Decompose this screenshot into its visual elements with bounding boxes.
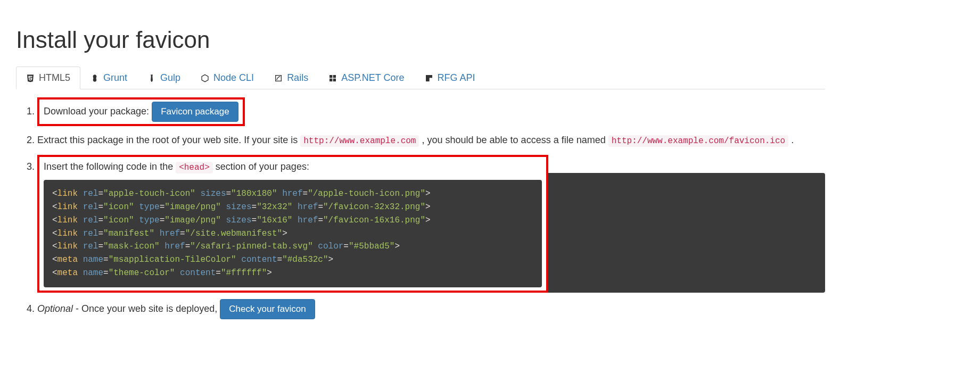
step-1: Download your package: Favicon package: [37, 97, 825, 126]
svg-rect-3: [330, 78, 332, 81]
api-icon: [425, 74, 433, 82]
tab-label: Gulp: [160, 72, 180, 84]
code-line: <link rel="mask-icon" href="/safari-pinn…: [52, 240, 533, 253]
code-line: <meta name="msapplication-TileColor" con…: [52, 253, 533, 267]
tab-label: Grunt: [103, 72, 127, 84]
rails-icon: [274, 74, 283, 82]
tab-html5[interactable]: HTML5: [16, 67, 80, 89]
optional-label: Optional: [37, 303, 73, 314]
svg-rect-4: [333, 78, 336, 81]
svg-rect-6: [429, 78, 432, 81]
step-3-text-pre: Insert the following code in the: [44, 161, 176, 172]
svg-rect-0: [276, 75, 282, 81]
code-block: <link rel="apple-touch-icon" sizes="180x…: [44, 180, 542, 287]
tab-rails[interactable]: Rails: [264, 67, 318, 89]
tab-aspnet-core[interactable]: ASP.NET Core: [318, 67, 414, 89]
html5-icon: [26, 74, 35, 82]
code-line: <meta name="theme-color" content="#fffff…: [52, 267, 533, 280]
step-2-text-post: .: [791, 135, 794, 145]
gulp-icon: [147, 74, 156, 82]
node-icon: [201, 74, 209, 82]
tab-label: HTML5: [39, 72, 70, 84]
step-2-text-pre: Extract this package in the root of your…: [37, 135, 300, 145]
step-4: Optional - Once your web site is deploye…: [37, 299, 825, 319]
head-code: <head>: [176, 162, 213, 173]
step-3: Insert the following code in the <head> …: [37, 155, 825, 293]
step-3-text-post: section of your pages:: [216, 161, 309, 172]
step-1-text: Download your package:: [44, 106, 149, 117]
code-line: <link rel="apple-touch-icon" sizes="180x…: [52, 187, 533, 201]
step-2-text-mid: , you should be able to access a file na…: [422, 135, 608, 145]
svg-rect-2: [333, 75, 336, 78]
code-line: <link rel="icon" type="image/png" sizes=…: [52, 214, 533, 227]
page-title: Install your favicon: [16, 27, 825, 53]
step-3-highlight: Insert the following code in the <head> …: [37, 155, 548, 293]
svg-rect-1: [330, 75, 332, 78]
code-line: <link rel="icon" type="image/png" sizes=…: [52, 201, 533, 214]
code-block-continuation: [548, 173, 825, 293]
tab-rfg-api[interactable]: RFG API: [415, 67, 485, 89]
tab-gulp[interactable]: Gulp: [137, 67, 191, 89]
check-favicon-button[interactable]: Check your favicon: [220, 299, 315, 319]
favicon-url-code: http://www.example.com/favicon.ico: [608, 135, 788, 147]
tab-label: ASP.NET Core: [341, 72, 404, 84]
tab-label: Node CLI: [213, 72, 254, 84]
step-1-highlight: Download your package: Favicon package: [37, 97, 245, 126]
tab-label: RFG API: [438, 72, 475, 84]
example-url-code: http://www.example.com: [300, 135, 419, 147]
step-2: Extract this package in the root of your…: [37, 132, 825, 148]
code-line: <link rel="manifest" href="/site.webmani…: [52, 227, 533, 241]
tab-grunt[interactable]: Grunt: [80, 67, 137, 89]
step-4-text: - Once your web site is deployed,: [76, 303, 220, 314]
favicon-package-button[interactable]: Favicon package: [152, 102, 238, 122]
tab-label: Rails: [287, 72, 308, 84]
tabs: HTML5 Grunt Gulp Node CLI Rails: [16, 67, 825, 89]
tab-node-cli[interactable]: Node CLI: [191, 67, 264, 89]
aspnet-icon: [328, 74, 337, 82]
grunt-icon: [90, 74, 99, 82]
